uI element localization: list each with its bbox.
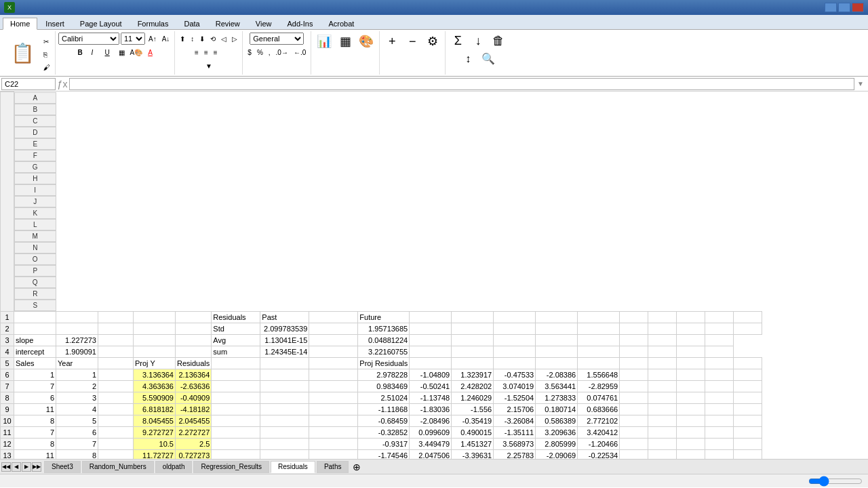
font-name-select[interactable]: Calibri: [58, 33, 119, 45]
cell[interactable]: -0.32852: [358, 426, 410, 438]
font-size-select[interactable]: 11: [121, 33, 145, 45]
cell[interactable]: [734, 415, 762, 426]
decrease-decimal-btn[interactable]: ←.0: [292, 46, 308, 58]
cell[interactable]: [98, 380, 134, 392]
cell[interactable]: [705, 311, 734, 323]
cell[interactable]: Std: [212, 323, 260, 334]
prev-sheet-btn[interactable]: ◀: [12, 462, 21, 472]
cell[interactable]: 3.449479: [410, 438, 452, 449]
wrap-text-btn[interactable]: [221, 46, 225, 58]
cell[interactable]: [677, 346, 705, 357]
cell[interactable]: [536, 346, 578, 357]
cell[interactable]: 0.099609: [410, 426, 452, 438]
cell[interactable]: [648, 415, 677, 426]
cell[interactable]: 7: [56, 438, 98, 449]
tab-page-layout[interactable]: Page Layout: [73, 18, 130, 29]
percent-btn[interactable]: %: [255, 46, 265, 58]
cell[interactable]: [705, 426, 734, 438]
col-header-h[interactable]: H: [14, 173, 56, 184]
cell[interactable]: -2.82959: [578, 380, 620, 392]
col-header-i[interactable]: I: [14, 184, 56, 196]
cell[interactable]: [260, 415, 309, 426]
cell[interactable]: [309, 403, 358, 415]
cell[interactable]: [536, 311, 578, 323]
cell[interactable]: 11: [14, 449, 56, 459]
cell[interactable]: 4.363636: [134, 380, 176, 392]
cell[interactable]: 2.51024: [358, 392, 410, 403]
merge-center-btn[interactable]: ▼: [203, 60, 214, 72]
cell[interactable]: [309, 449, 358, 459]
cell[interactable]: [677, 334, 705, 346]
cell[interactable]: [134, 323, 176, 334]
cell[interactable]: Past: [260, 311, 309, 323]
cell[interactable]: -2.08386: [536, 369, 578, 380]
add-sheet-btn[interactable]: ⊕: [350, 462, 363, 472]
cell[interactable]: [309, 369, 358, 380]
autosum-btn[interactable]: Σ: [448, 33, 467, 49]
cell[interactable]: [734, 426, 762, 438]
cell[interactable]: Year: [56, 357, 98, 369]
sheet-tab-sheet3[interactable]: Sheet3: [44, 461, 81, 473]
cell[interactable]: [648, 392, 677, 403]
next-sheet-btn[interactable]: ▶: [22, 462, 31, 472]
col-header-p[interactable]: P: [14, 265, 56, 277]
cell[interactable]: -1.20466: [578, 438, 620, 449]
col-header-k[interactable]: K: [14, 207, 56, 219]
cell[interactable]: [260, 380, 309, 392]
font-color-btn[interactable]: A: [146, 46, 155, 58]
sort-filter-btn[interactable]: ↕: [458, 52, 477, 66]
cell[interactable]: [705, 392, 734, 403]
cell[interactable]: [677, 357, 705, 369]
tab-data[interactable]: Data: [176, 18, 207, 29]
cell[interactable]: [648, 346, 677, 357]
cell[interactable]: [648, 426, 677, 438]
cell[interactable]: [536, 323, 578, 334]
cell[interactable]: [734, 357, 762, 369]
cell[interactable]: [620, 415, 648, 426]
align-right-btn[interactable]: ≡: [212, 46, 220, 58]
cell[interactable]: [260, 392, 309, 403]
decrease-font-btn[interactable]: A↓: [160, 33, 172, 45]
col-header-q[interactable]: Q: [14, 277, 56, 288]
cell[interactable]: [705, 323, 734, 334]
comma-btn[interactable]: ,: [267, 46, 273, 58]
cell[interactable]: -3.39631: [452, 449, 494, 459]
find-select-btn[interactable]: 🔍: [479, 51, 498, 66]
cell[interactable]: [212, 357, 260, 369]
cell[interactable]: [620, 346, 648, 357]
cell[interactable]: [98, 438, 134, 449]
cell[interactable]: [677, 449, 705, 459]
cell[interactable]: -1.52504: [494, 392, 536, 403]
conditional-formatting-btn[interactable]: 📊: [314, 33, 334, 50]
sheet-tab-regression[interactable]: Regression_Results: [193, 461, 269, 473]
cell[interactable]: 0.074761: [578, 392, 620, 403]
col-header-b[interactable]: B: [14, 104, 56, 115]
cell[interactable]: [578, 346, 620, 357]
cell[interactable]: -0.40909: [176, 392, 212, 403]
cell[interactable]: [98, 415, 134, 426]
cell[interactable]: [648, 357, 677, 369]
sheet-tab-oldpath[interactable]: oldpath: [155, 461, 193, 473]
cell[interactable]: [309, 380, 358, 392]
cell[interactable]: [176, 323, 212, 334]
cell[interactable]: [309, 334, 358, 346]
grid-container[interactable]: A B C D E F G H I J K L M N O P Q: [0, 92, 868, 459]
cell[interactable]: [309, 357, 358, 369]
first-sheet-btn[interactable]: ◀◀: [1, 462, 11, 472]
cell[interactable]: 3: [56, 392, 98, 403]
cell[interactable]: 5.590909: [134, 392, 176, 403]
cell[interactable]: 3.136364: [134, 369, 176, 380]
align-center-btn[interactable]: ≡: [202, 46, 210, 58]
cell[interactable]: 3.568973: [494, 438, 536, 449]
cell[interactable]: [677, 392, 705, 403]
delete-btn[interactable]: −: [403, 33, 422, 50]
cell[interactable]: [734, 403, 762, 415]
cell[interactable]: Proj Y: [134, 357, 176, 369]
cell[interactable]: 2.099783539: [260, 323, 309, 334]
cell[interactable]: [260, 403, 309, 415]
tab-formulas[interactable]: Formulas: [130, 18, 176, 29]
col-header-s[interactable]: S: [14, 300, 56, 311]
format-painter-button[interactable]: 🖌: [41, 61, 52, 73]
cell[interactable]: [452, 323, 494, 334]
cell[interactable]: 10.5: [134, 438, 176, 449]
